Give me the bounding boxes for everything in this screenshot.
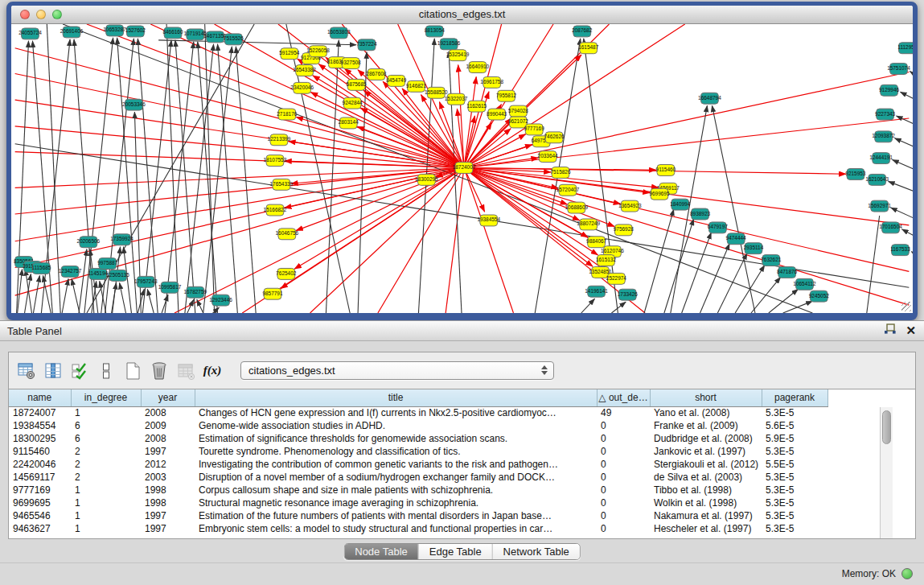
table-cell[interactable]: 5.3E-5 — [762, 445, 827, 458]
table-row[interactable]: 1938455462009Genome-wide association stu… — [9, 419, 827, 432]
row-height-icon[interactable] — [97, 361, 116, 381]
table-cell[interactable]: Stergiakouli et al. (2012) — [650, 458, 762, 471]
table-cell[interactable]: 0 — [597, 496, 650, 509]
table-cell[interactable]: 18724007 — [9, 406, 71, 419]
column-header-out_de[interactable]: △ out_de… — [597, 389, 650, 406]
table-cell[interactable]: 2008 — [141, 432, 195, 445]
table-cell[interactable]: 2003 — [141, 471, 195, 484]
table-scrollbar-thumb[interactable] — [882, 410, 891, 444]
table-cell[interactable]: 0 — [597, 419, 650, 432]
table-cell[interactable]: 1997 — [141, 445, 195, 458]
table-cell[interactable]: Structural magnetic resonance image aver… — [195, 496, 597, 509]
table-cell[interactable]: 5.3E-5 — [762, 484, 827, 496]
table-cell[interactable]: 5.3E-5 — [762, 509, 827, 522]
table-cell[interactable]: 1 — [71, 496, 141, 509]
table-cell[interactable]: 0 — [597, 522, 650, 535]
table-cell[interactable]: 2008 — [141, 406, 195, 419]
table-cell[interactable]: 5.5E-5 — [762, 458, 827, 471]
window-titlebar[interactable]: citations_edges.txt — [11, 6, 913, 24]
table-cell[interactable]: Estimation of significance thresholds fo… — [195, 432, 597, 445]
table-cell[interactable]: Investigating the contribution of common… — [195, 458, 597, 471]
table-cell[interactable]: 9115460 — [9, 445, 71, 458]
table-row[interactable]: 911546021997Tourette syndrome. Phenomeno… — [9, 445, 827, 458]
table-cell[interactable]: Disruption of a novel member of a sodium… — [195, 471, 597, 484]
new-table-icon[interactable] — [123, 361, 142, 381]
table-cell[interactable]: 0 — [597, 432, 650, 445]
table-cell[interactable]: Jankovic et al. (1997) — [650, 445, 762, 458]
table-cell[interactable]: Franke et al. (2009) — [650, 419, 762, 432]
column-header-year[interactable]: year — [141, 389, 195, 406]
table-cell[interactable]: 2009 — [141, 419, 195, 432]
memory-status-icon[interactable] — [901, 568, 913, 579]
tab-node-table[interactable]: Node Table — [344, 544, 419, 559]
table-cell[interactable]: 9699695 — [9, 496, 71, 509]
function-builder-icon[interactable]: f(x) — [203, 361, 222, 381]
table-cell[interactable]: Tibbo et al. (1998) — [650, 484, 762, 496]
table-cell[interactable]: 0 — [597, 484, 650, 496]
table-cell[interactable]: 1 — [71, 406, 141, 419]
table-cell[interactable]: 2012 — [141, 458, 195, 471]
table-cell[interactable]: 5.3E-5 — [762, 406, 827, 419]
table-row[interactable]: 977716911998Corpus callosum shape and si… — [9, 484, 827, 496]
table-cell[interactable]: 5.6E-5 — [762, 419, 827, 432]
table-row[interactable]: 2242004622012Investigating the contribut… — [9, 458, 827, 471]
table-cell[interactable]: 0 — [597, 458, 650, 471]
table-cell[interactable]: Corpus callosum shape and size in male p… — [195, 484, 597, 496]
table-cell[interactable]: 1997 — [141, 522, 195, 535]
tab-network-table[interactable]: Network Table — [493, 544, 580, 559]
table-cell[interactable]: 1 — [71, 522, 141, 535]
table-cell[interactable]: 1998 — [141, 484, 195, 496]
table-cell[interactable]: de Silva et al. (2003) — [650, 471, 762, 484]
table-row[interactable]: 946362711997Embryonic stem cells: a mode… — [9, 522, 827, 535]
table-settings-icon[interactable] — [17, 361, 36, 381]
table-cell[interactable]: 22420046 — [9, 458, 71, 471]
table-cell[interactable]: 9465546 — [9, 509, 71, 522]
table-cell[interactable]: 2 — [71, 445, 141, 458]
delete-column-icon[interactable] — [150, 361, 169, 381]
select-columns-icon[interactable] — [70, 361, 89, 381]
table-cell[interactable]: 6 — [71, 432, 141, 445]
table-cell[interactable]: Estimation of the future numbers of pati… — [195, 509, 597, 522]
table-cell[interactable]: 1997 — [141, 509, 195, 522]
table-cell[interactable]: 5.3E-5 — [762, 471, 827, 484]
table-cell[interactable]: Nakamura et al. (1997) — [650, 509, 762, 522]
table-cell[interactable]: 6 — [71, 419, 141, 432]
table-cell[interactable]: 2 — [71, 471, 141, 484]
table-cell[interactable]: 18300295 — [9, 432, 71, 445]
column-header-short[interactable]: short — [650, 389, 762, 406]
table-cell[interactable]: Changes of HCN gene expression and I(f) … — [195, 406, 597, 419]
table-row[interactable]: 1830029562008Estimation of significance … — [9, 432, 827, 445]
table-cell[interactable]: Wolkin et al. (1998) — [650, 496, 762, 509]
column-header-name[interactable]: name — [9, 389, 71, 406]
zoom-window-icon[interactable] — [52, 10, 62, 19]
table-cell[interactable]: 5.9E-5 — [762, 432, 827, 445]
table-cell[interactable]: 1998 — [141, 496, 195, 509]
table-selector-dropdown[interactable]: citations_edges.txt — [240, 361, 554, 380]
table-cell[interactable]: 5.3E-5 — [762, 496, 827, 509]
table-cell[interactable]: 0 — [597, 509, 650, 522]
table-cell[interactable]: 9777169 — [9, 484, 71, 496]
table-row[interactable]: 946554611997Estimation of the future num… — [9, 509, 827, 522]
minimize-window-icon[interactable] — [36, 10, 46, 19]
table-cell[interactable]: 49 — [597, 406, 650, 419]
window-resize-grip[interactable] — [901, 302, 911, 311]
column-header-title[interactable]: title — [195, 389, 597, 406]
close-window-icon[interactable] — [20, 10, 30, 19]
table-column-icon[interactable] — [43, 361, 63, 381]
column-header-in_degree[interactable]: in_degree — [71, 389, 141, 406]
network-canvas-container[interactable]: 2405572420691406106532871527602846616010… — [11, 24, 913, 313]
table-scrollbar[interactable] — [880, 407, 893, 538]
table-cell[interactable]: Yano et al. (2008) — [650, 406, 762, 419]
float-panel-icon[interactable] — [884, 323, 896, 338]
close-panel-icon[interactable]: ✕ — [906, 323, 916, 338]
table-cell[interactable]: Dudbridge et al. (2008) — [650, 432, 762, 445]
table-row[interactable]: 1872400712008Changes of HCN gene express… — [9, 406, 827, 419]
table-cell[interactable]: Embryonic stem cells: a model to study s… — [195, 522, 597, 535]
table-cell[interactable]: Hescheler et al. (1997) — [650, 522, 762, 535]
table-cell[interactable]: Tourette syndrome. Phenomenology and cla… — [195, 445, 597, 458]
table-cell[interactable]: 1 — [71, 509, 141, 522]
column-header-pagerank[interactable]: pagerank — [762, 389, 827, 406]
table-cell[interactable]: 0 — [597, 471, 650, 484]
table-cell[interactable]: 5.3E-5 — [762, 522, 827, 535]
table-cell[interactable]: 1 — [71, 484, 141, 496]
